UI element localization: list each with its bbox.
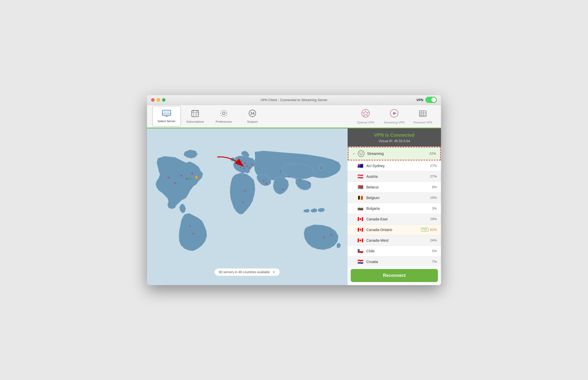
svg-point-43: [248, 167, 250, 169]
server-item-belgium[interactable]: 🇧🇪 Belgium 15%: [348, 193, 441, 203]
flag-canada-west: 🇨🇦: [357, 238, 364, 243]
server-item-austria[interactable]: 🇦🇹 Austria 27%: [348, 171, 441, 182]
close-button[interactable]: [151, 98, 155, 102]
server-item-canada-west[interactable]: 🇨🇦 Canada-West 24%: [348, 235, 441, 246]
svg-point-45: [280, 170, 282, 172]
panel-header: VPN is Connected Virtual IP: 45.55.5.64: [348, 128, 441, 147]
server-load-belarus: 9%: [432, 185, 437, 189]
flag-au-sydney: 🇦🇺: [357, 163, 364, 168]
toolbar-left-tabs: Select Server Subscriptions: [152, 106, 267, 127]
p2p-badge: P2P: [421, 228, 429, 232]
vpn-toggle[interactable]: [425, 97, 437, 103]
server-name-croatia: Croatia: [366, 260, 432, 264]
toolbar: Select Server Subscriptions: [147, 105, 441, 128]
server-item-croatia[interactable]: 🇭🇷 Croatia 7%: [348, 257, 441, 266]
subscriptions-icon: [191, 109, 199, 119]
svg-point-14: [222, 112, 225, 115]
server-name-canada-west: Canada-West: [366, 238, 430, 243]
server-name-canada-east: Canada-East: [366, 217, 430, 221]
flag-belgium: 🇧🇪: [357, 195, 364, 200]
server-load-bulgaria: 3%: [432, 206, 437, 210]
connection-status: VPN is Connected: [353, 133, 436, 138]
tab-streaming-vpn-label: Streaming VPN: [384, 121, 404, 124]
svg-point-33: [191, 172, 193, 174]
tab-support-label: Support: [247, 120, 258, 123]
server-list[interactable]: ✓ Streaming 22% 🇦🇺: [348, 147, 441, 266]
server-load-canada-east: 19%: [430, 217, 437, 221]
support-icon: 24: [248, 109, 256, 119]
svg-point-31: [180, 174, 182, 176]
tab-personal-vpn[interactable]: Personal VPN: [410, 106, 436, 127]
server-item-canada-ontario[interactable]: 🇨🇦 Canada-Ontario P2P 62%: [348, 225, 441, 235]
personal-vpn-icon: [418, 109, 427, 120]
main-content: 90 servers in 48 countries available ✕ V…: [147, 128, 441, 285]
window-title: VPN Client - Connected to Streaming Serv…: [260, 98, 327, 102]
server-load-belgium: 15%: [430, 196, 437, 200]
flag-bulgaria: 🇧🇬: [357, 206, 364, 211]
server-name-streaming: Streaming: [367, 152, 429, 156]
svg-point-15: [221, 110, 227, 116]
map-area: 90 servers in 48 countries available ✕: [147, 128, 347, 285]
select-server-icon: [162, 110, 171, 119]
svg-point-58: [266, 183, 267, 185]
streaming-server-icon: [358, 150, 365, 157]
svg-point-44: [251, 163, 253, 165]
server-item-chile[interactable]: 🇨🇱 Chile 5%: [348, 246, 441, 257]
vpn-label: VPN: [416, 98, 423, 102]
flag-canada-ontario: 🇨🇦: [357, 227, 364, 232]
svg-point-49: [320, 167, 322, 169]
tab-select-server-label: Select Server: [157, 120, 175, 123]
badge-close-button[interactable]: ✕: [272, 270, 276, 274]
svg-point-37: [238, 162, 240, 163]
server-item-canada-east[interactable]: 🇨🇦 Canada-East 19%: [348, 214, 441, 225]
check-icon: ✓: [353, 152, 356, 156]
svg-point-51: [189, 225, 191, 227]
svg-point-38: [241, 160, 243, 162]
server-load-croatia: 7%: [432, 260, 437, 264]
server-name-canada-ontario: Canada-Ontario: [366, 228, 421, 232]
app-window: VPN Client - Connected to Streaming Serv…: [147, 95, 441, 285]
server-name-austria: Austria: [366, 174, 430, 179]
optimal-vpn-icon: [361, 109, 370, 120]
svg-rect-0: [162, 110, 171, 115]
svg-point-47: [299, 179, 301, 181]
svg-point-32: [186, 178, 188, 180]
tab-optimal-vpn-label: Optimal VPN: [357, 121, 374, 124]
server-item-belarus[interactable]: 🇧🇾 Belarus 9%: [348, 182, 441, 193]
flag-croatia: 🇭🇷: [357, 259, 364, 264]
server-name-bulgaria: Bulgaria: [366, 206, 432, 211]
server-item-au-sydney[interactable]: 🇦🇺 AU-Sydney 27%: [348, 161, 441, 171]
toolbar-right-tabs: Optimal VPN Streaming VPN: [353, 106, 436, 127]
svg-rect-60: [360, 152, 363, 154]
svg-point-39: [244, 162, 246, 164]
maximize-button[interactable]: [162, 98, 165, 102]
tab-support[interactable]: 24 Support: [238, 106, 267, 127]
svg-point-36: [189, 177, 191, 180]
svg-marker-19: [363, 111, 368, 116]
svg-point-56: [330, 234, 332, 235]
tab-subscriptions[interactable]: Subscriptions: [181, 106, 209, 127]
streaming-vpn-icon: [389, 109, 399, 120]
tab-select-server[interactable]: Select Server: [152, 106, 181, 127]
server-item-streaming[interactable]: ✓ Streaming 22%: [348, 147, 441, 160]
svg-marker-21: [393, 112, 397, 115]
tab-personal-vpn-label: Personal VPN: [413, 121, 432, 124]
minimize-button[interactable]: [157, 98, 160, 102]
svg-point-53: [244, 190, 246, 192]
tab-streaming-vpn[interactable]: Streaming VPN: [381, 106, 407, 127]
server-name-chile: Chile: [366, 249, 432, 253]
svg-rect-6: [192, 110, 199, 117]
flag-belarus: 🇧🇾: [357, 185, 364, 189]
svg-point-42: [240, 166, 242, 168]
reconnect-button[interactable]: Reconnect: [351, 269, 438, 282]
server-load-chile: 5%: [432, 249, 437, 253]
server-name-belgium: Belgium: [366, 196, 430, 200]
tab-preferences[interactable]: Preferences: [209, 106, 238, 127]
server-item-bulgaria[interactable]: 🇧🇬 Bulgaria 3%: [348, 203, 441, 214]
server-load-canada-west: 24%: [430, 238, 437, 242]
tab-optimal-vpn[interactable]: Optimal VPN: [353, 106, 379, 127]
server-count-text: 90 servers in 48 countries available: [219, 270, 270, 274]
world-map: [147, 128, 347, 285]
server-load-streaming: 22%: [429, 152, 436, 155]
svg-point-54: [242, 201, 244, 203]
